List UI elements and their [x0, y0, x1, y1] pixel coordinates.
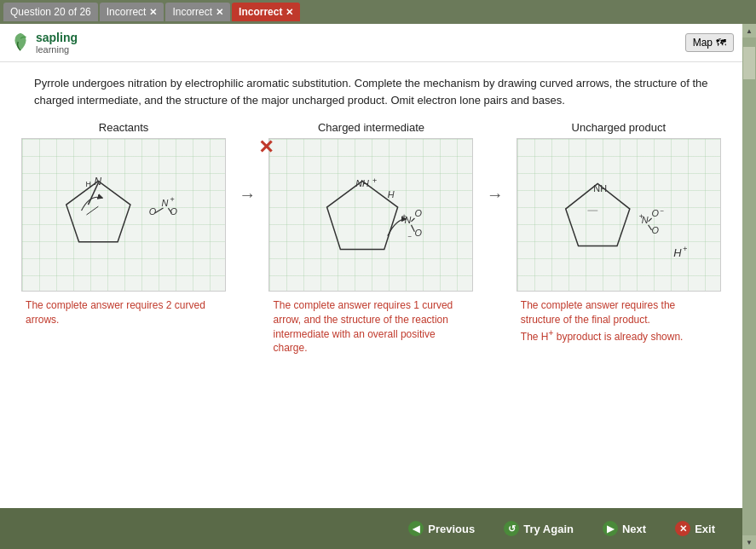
- svg-text:O: O: [415, 208, 423, 218]
- charged-error: The complete answer requires 1 curved ar…: [268, 292, 473, 355]
- logo-text: sapling learning: [36, 31, 78, 55]
- scrollbar[interactable]: ▲ ▼: [742, 24, 756, 549]
- app-container: Question 20 of 26 Incorrect ✕ Incorrect …: [0, 0, 756, 549]
- svg-text:O: O: [170, 206, 177, 217]
- previous-icon: ◀: [408, 521, 424, 536]
- charged-structure: NH + H N + O O: [269, 139, 472, 291]
- header: sapling learning Map 🗺: [0, 24, 742, 62]
- svg-text:O: O: [415, 228, 423, 238]
- uncharged-error: The complete answer requires the structu…: [517, 292, 721, 344]
- tab-close-2-icon[interactable]: ✕: [216, 7, 223, 18]
- map-icon: 🗺: [716, 37, 726, 49]
- tab-incorrect-1[interactable]: Incorrect ✕: [100, 3, 164, 21]
- svg-text:H: H: [673, 246, 682, 259]
- svg-text:O: O: [149, 206, 157, 217]
- svg-text:+: +: [683, 245, 687, 253]
- reactants-section: Reactants: [21, 121, 226, 327]
- svg-text:+: +: [170, 195, 174, 204]
- next-button[interactable]: ▶ Next: [592, 516, 656, 541]
- uncharged-title: Uncharged product: [572, 121, 667, 134]
- reactants-title: Reactants: [99, 121, 149, 134]
- reactants-box[interactable]: N H N + O O: [21, 138, 226, 292]
- previous-button[interactable]: ◀ Previous: [398, 516, 485, 541]
- tab-question-info[interactable]: Question 20 of 26: [3, 3, 98, 21]
- reactants-structure: N H N + O O: [22, 139, 225, 291]
- svg-text:O: O: [651, 225, 659, 235]
- map-button-label: Map: [693, 37, 713, 49]
- svg-text:NH: NH: [593, 183, 607, 194]
- map-button[interactable]: Map 🗺: [685, 33, 734, 52]
- svg-text:N: N: [162, 198, 169, 208]
- logo: sapling learning: [9, 31, 78, 55]
- charged-box[interactable]: NH + H N + O O: [268, 138, 473, 292]
- svg-line-2: [87, 206, 99, 215]
- logo-icon: [9, 31, 32, 55]
- bottom-nav: ◀ Previous ↺ Try Again ▶ Next ✕ Exit: [0, 508, 742, 549]
- tab-incorrect-2-label: Incorrect: [172, 6, 212, 18]
- tab-incorrect-3-label: Incorrect: [239, 6, 282, 18]
- tab-incorrect-3[interactable]: Incorrect ✕: [232, 3, 300, 21]
- exit-label: Exit: [695, 523, 715, 535]
- uncharged-section: Uncharged product NH: [517, 121, 721, 344]
- svg-marker-0: [66, 181, 130, 241]
- svg-text:+: +: [372, 176, 377, 185]
- svg-text:−: −: [660, 207, 664, 215]
- try-again-button[interactable]: ↺ Try Again: [493, 516, 584, 541]
- charged-title: Charged intermediate: [318, 121, 424, 134]
- scroll-up-arrow[interactable]: ▲: [742, 24, 756, 38]
- next-label: Next: [622, 523, 646, 535]
- chem-panels: Reactants: [0, 117, 742, 360]
- next-icon: ▶: [603, 521, 618, 536]
- uncharged-box[interactable]: NH N + O − O: [517, 138, 721, 292]
- x-mark-icon: ✕: [258, 136, 274, 159]
- scroll-thumb[interactable]: [742, 46, 756, 80]
- previous-label: Previous: [428, 523, 475, 535]
- logo-sapling: sapling: [36, 31, 78, 44]
- exit-icon: ✕: [675, 521, 690, 536]
- content-panel: sapling learning Map 🗺 Pyrrole undergoes…: [0, 24, 742, 549]
- charged-section: Charged intermediate ✕ NH: [268, 121, 473, 355]
- svg-text:O: O: [651, 208, 659, 218]
- scroll-track[interactable]: [742, 38, 756, 535]
- tab-question-label: Question 20 of 26: [10, 6, 91, 18]
- arrow-2: →: [482, 185, 508, 205]
- uncharged-error-line1: The complete answer requires the structu…: [521, 299, 675, 326]
- logo-learning: learning: [36, 44, 78, 55]
- tab-close-3-icon[interactable]: ✕: [286, 7, 293, 18]
- uncharged-structure: NH N + O − O: [517, 139, 720, 291]
- scroll-down-arrow[interactable]: ▼: [742, 535, 756, 549]
- svg-text:H: H: [86, 180, 91, 188]
- reactants-error: The complete answer requires 2 curved ar…: [21, 292, 226, 327]
- svg-text:+: +: [639, 212, 643, 221]
- svg-text:N: N: [94, 176, 101, 188]
- svg-text:NH: NH: [356, 178, 370, 188]
- tab-incorrect-2[interactable]: Incorrect ✕: [165, 3, 230, 21]
- exit-button[interactable]: ✕ Exit: [665, 516, 725, 541]
- uncharged-error-line2: The H+ byproduct is already shown.: [521, 331, 684, 343]
- try-again-icon: ↺: [504, 521, 519, 536]
- tab-close-1-icon[interactable]: ✕: [149, 7, 157, 18]
- main-area: sapling learning Map 🗺 Pyrrole undergoes…: [0, 24, 756, 549]
- tab-bar: Question 20 of 26 Incorrect ✕ Incorrect …: [0, 0, 756, 24]
- question-text: Pyrrole undergoes nitration by electroph…: [0, 62, 742, 117]
- svg-line-30: [648, 218, 651, 222]
- tab-incorrect-1-label: Incorrect: [107, 6, 147, 18]
- svg-text:H: H: [388, 189, 395, 199]
- try-again-label: Try Again: [523, 523, 574, 535]
- svg-text:−: −: [408, 233, 413, 240]
- arrow-1: →: [234, 185, 260, 205]
- svg-line-20: [412, 218, 415, 222]
